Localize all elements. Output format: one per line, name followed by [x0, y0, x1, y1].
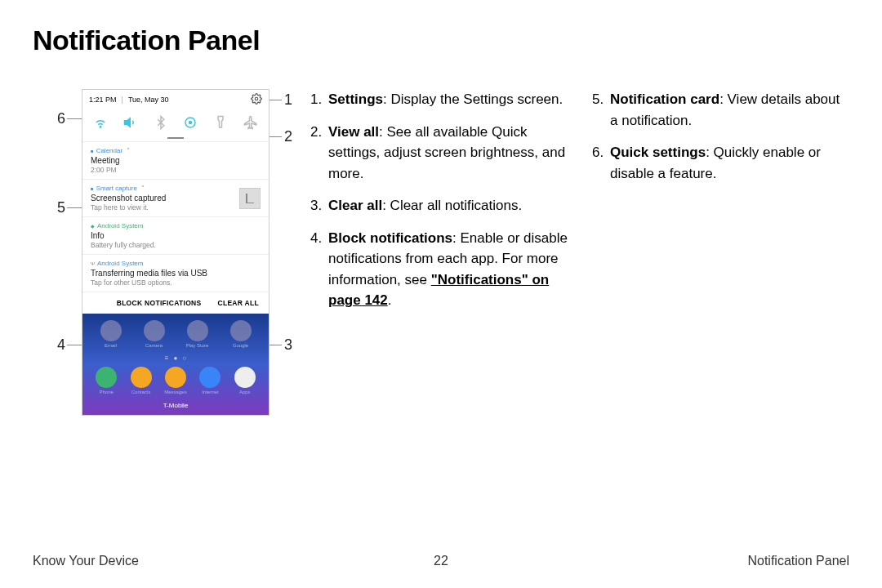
calendar-title: Meeting — [91, 156, 261, 165]
callout-3: 3 — [284, 336, 292, 354]
desc-5: 5. Notification card: View details about… — [592, 89, 849, 131]
svg-point-1 — [100, 127, 102, 128]
status-bar: 1:21 PM | Tue, May 30 — [82, 90, 269, 109]
col-left: 1. Settings: Display the Settings screen… — [310, 89, 568, 323]
calendar-sub: 2:00 PM — [91, 166, 261, 174]
calendar-app-label: Calendar — [96, 147, 122, 154]
page-footer: Know Your Device 22 Notification Panel — [33, 554, 849, 568]
drag-handle[interactable] — [82, 134, 269, 142]
settings-gear-icon[interactable] — [251, 93, 262, 106]
desc-2: 2. View all: See all available Quick set… — [310, 122, 568, 185]
dock-internet[interactable]: Internet — [198, 367, 222, 394]
footer-page-number: 22 — [305, 554, 577, 568]
phone-screenshot: 1:21 PM | Tue, May 30 — [82, 89, 270, 416]
status-date: Tue, May 30 — [128, 96, 169, 104]
home-screen: Email Camera Play Store Google ≡●○ Phone… — [82, 314, 269, 415]
system2-sub: Tap for other USB options. — [91, 278, 261, 287]
desc-1: 1. Settings: Display the Settings screen… — [310, 89, 568, 110]
notification-battery[interactable]: ◆Android System Info Battery fully charg… — [82, 217, 269, 255]
quick-settings-row — [82, 109, 269, 134]
clear-all-button[interactable]: CLEAR ALL — [217, 299, 259, 307]
system1-title: Info — [91, 231, 261, 240]
system1-sub: Battery fully charged. — [91, 241, 261, 249]
app-email[interactable]: Email — [99, 320, 123, 348]
airplane-icon[interactable] — [243, 114, 259, 131]
system1-app-label: Android System — [97, 222, 143, 229]
col-right: 5. Notification card: View details about… — [592, 89, 849, 323]
svg-point-3 — [189, 122, 192, 124]
notification-screenshot[interactable]: ■Smart capture˅ Screenshot captured Tap … — [82, 180, 269, 217]
capture-sub: Tap here to view it. — [91, 203, 166, 212]
status-time: 1:21 PM — [89, 96, 117, 104]
notification-usb[interactable]: ΨAndroid System Transferring media files… — [82, 255, 269, 292]
notification-calendar[interactable]: ■Calendar˅ Meeting 2:00 PM — [82, 142, 269, 180]
dock-messages[interactable]: Messages — [163, 367, 188, 394]
sound-icon[interactable] — [122, 114, 139, 131]
content-row: 1 2 3 4 5 6 1:21 PM | Tue, May 30 — [0, 65, 882, 323]
capture-app-label: Smart capture — [96, 185, 137, 192]
screenshot-thumbnail-icon — [239, 188, 261, 209]
bluetooth-icon[interactable] — [153, 114, 169, 131]
dock-phone[interactable]: Phone — [94, 367, 118, 394]
desc-4: 4. Block notifications: Enable or disabl… — [310, 228, 568, 311]
callout-6: 6 — [57, 110, 65, 127]
callout-1: 1 — [284, 91, 292, 109]
dock-apps[interactable]: Apps — [233, 367, 257, 394]
callout-4: 4 — [57, 336, 65, 354]
carrier-label: T-Mobile — [89, 399, 262, 412]
flashlight-icon[interactable] — [212, 114, 229, 131]
app-playstore[interactable]: Play Store — [185, 320, 210, 348]
capture-title: Screenshot captured — [91, 194, 166, 203]
description-columns: 1. Settings: Display the Settings screen… — [310, 89, 849, 323]
system2-title: Transferring media files via USB — [91, 269, 261, 278]
block-notifications-button[interactable]: BLOCK NOTIFICATIONS — [117, 299, 202, 307]
callout-2: 2 — [284, 128, 292, 145]
system2-app-label: Android System — [97, 260, 143, 267]
footer-left: Know Your Device — [33, 554, 305, 568]
status-separator: | — [122, 96, 123, 104]
desc-3: 3. Clear all: Clear all notifications. — [310, 195, 568, 216]
page-dots: ≡●○ — [89, 353, 262, 367]
diagram-column: 1 2 3 4 5 6 1:21 PM | Tue, May 30 — [33, 89, 286, 323]
footer-right: Notification Panel — [577, 554, 849, 568]
notification-actions: BLOCK NOTIFICATIONS CLEAR ALL — [82, 292, 269, 314]
callout-5: 5 — [57, 199, 65, 216]
wifi-icon[interactable] — [92, 114, 109, 131]
svg-point-0 — [255, 97, 258, 100]
app-camera[interactable]: Camera — [142, 320, 167, 348]
desc-6: 6. Quick settings: Quickly enable or dis… — [592, 142, 849, 184]
dock-contacts[interactable]: Contacts — [129, 367, 154, 394]
location-icon[interactable] — [182, 114, 198, 131]
page-title: Notification Panel — [0, 0, 882, 65]
app-google[interactable]: Google — [229, 320, 253, 348]
